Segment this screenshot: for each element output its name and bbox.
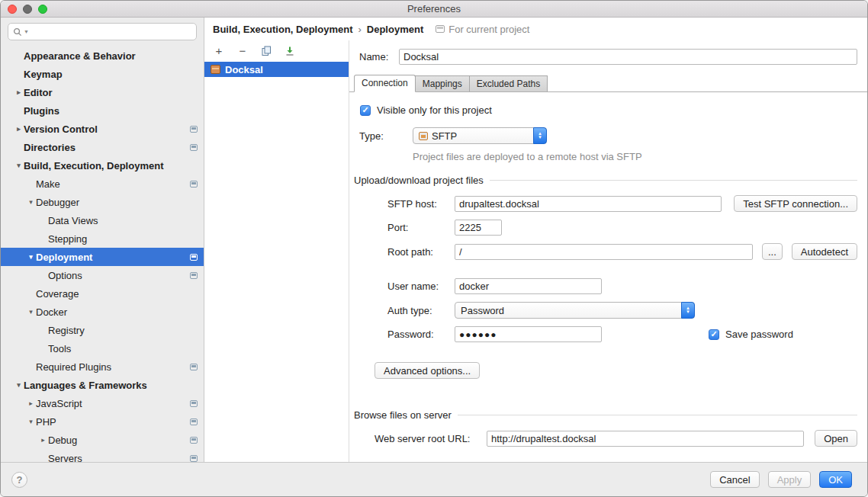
sidebar-item-data-views[interactable]: Data Views xyxy=(1,211,204,229)
advanced-options-button[interactable]: Advanced options... xyxy=(375,362,480,379)
chevron-down-icon[interactable]: ▾ xyxy=(26,198,36,206)
section-divider xyxy=(458,415,857,415)
sidebar-item-version-control[interactable]: ▸Version Control xyxy=(1,120,204,138)
sidebar-item-label: Languages & Frameworks xyxy=(24,380,147,391)
sidebar-item-label: Editor xyxy=(24,87,53,98)
root-path-label: Root path: xyxy=(387,246,455,258)
type-select[interactable]: SFTP ▲▼ xyxy=(413,127,547,144)
settings-sidebar: ▼ Appearance & BehaviorKeymap▸EditorPlug… xyxy=(1,18,204,462)
sidebar-item-label: Version Control xyxy=(24,123,98,135)
dialog-footer: ? Cancel Apply OK xyxy=(1,462,867,496)
import-server-button[interactable] xyxy=(284,45,296,57)
chevron-right-icon[interactable]: ▸ xyxy=(38,436,48,444)
chevron-right-icon[interactable]: ▸ xyxy=(14,88,24,96)
sidebar-item-languages-frameworks[interactable]: ▾Languages & Frameworks xyxy=(1,376,204,394)
server-list: Docksal xyxy=(204,62,349,462)
save-password-checkbox[interactable] xyxy=(709,329,719,340)
sidebar-item-stepping[interactable]: Stepping xyxy=(1,229,204,248)
scope-label: For current project xyxy=(448,24,529,35)
project-scope-icon xyxy=(190,272,198,279)
minimize-window-button[interactable] xyxy=(23,5,32,14)
web-root-input[interactable] xyxy=(487,431,804,447)
chevron-down-icon[interactable]: ▾ xyxy=(26,418,36,425)
sidebar-item-directories[interactable]: Directories xyxy=(1,138,204,156)
sidebar-item-debug[interactable]: ▸Debug xyxy=(1,431,204,449)
project-scope-icon xyxy=(190,418,198,425)
server-item-docksal[interactable]: Docksal xyxy=(204,62,349,77)
sidebar-item-options[interactable]: Options xyxy=(1,266,204,284)
search-icon xyxy=(13,27,22,37)
sidebar-item-build-execution-deployment[interactable]: ▾Build, Execution, Deployment xyxy=(1,156,204,175)
sidebar-item-plugins[interactable]: Plugins xyxy=(1,101,204,120)
sidebar-item-coverage[interactable]: Coverage xyxy=(1,284,204,303)
chevron-right-icon[interactable]: ▸ xyxy=(14,125,24,133)
project-scope-icon xyxy=(190,181,198,188)
chevron-down-icon[interactable]: ▾ xyxy=(26,308,36,316)
breadcrumb-row: Build, Execution, Deployment›Deployment … xyxy=(204,18,867,40)
breadcrumb-item-build-execution-deployment[interactable]: Build, Execution, Deployment xyxy=(213,24,352,35)
sidebar-item-make[interactable]: Make xyxy=(1,175,204,193)
name-label: Name: xyxy=(359,51,399,63)
cancel-button[interactable]: Cancel xyxy=(710,471,759,488)
port-input[interactable] xyxy=(455,220,502,236)
browse-root-path-button[interactable]: ... xyxy=(762,243,783,260)
visible-only-checkbox[interactable] xyxy=(360,105,371,116)
copy-server-button[interactable] xyxy=(260,45,272,57)
sidebar-item-php[interactable]: ▾PHP xyxy=(1,412,204,431)
sidebar-item-label: Keymap xyxy=(24,69,63,80)
chevron-down-icon[interactable]: ▾ xyxy=(14,162,24,169)
sidebar-item-label: Deployment xyxy=(36,252,92,263)
preferences-window: Preferences ▼ Appearance & BehaviorKeyma… xyxy=(0,0,868,497)
project-scope-icon xyxy=(190,437,198,444)
tab-excluded-paths[interactable]: Excluded Paths xyxy=(469,75,548,91)
project-scope-icon xyxy=(190,126,198,133)
ok-button[interactable]: OK xyxy=(819,471,852,488)
settings-search-input[interactable]: ▼ xyxy=(8,23,197,40)
auth-type-select[interactable]: Password ▲▼ xyxy=(455,302,695,319)
sidebar-item-appearance-behavior[interactable]: Appearance & Behavior xyxy=(1,46,204,65)
sidebar-item-required-plugins[interactable]: Required Plugins xyxy=(1,358,204,376)
sidebar-item-servers[interactable]: Servers xyxy=(1,449,204,462)
sftp-icon xyxy=(419,132,428,140)
chevron-down-icon[interactable]: ▾ xyxy=(26,253,36,261)
user-name-input[interactable] xyxy=(455,278,602,294)
chevron-down-icon[interactable]: ▾ xyxy=(14,381,24,389)
close-window-button[interactable] xyxy=(8,5,17,14)
sidebar-item-editor[interactable]: ▸Editor xyxy=(1,83,204,101)
sidebar-item-javascript[interactable]: ▸JavaScript xyxy=(1,394,204,412)
sidebar-item-label: JavaScript xyxy=(36,398,82,409)
breadcrumb-item-deployment[interactable]: Deployment xyxy=(367,24,423,35)
tab-mappings[interactable]: Mappings xyxy=(415,75,470,91)
autodetect-button[interactable]: Autodetect xyxy=(792,243,857,260)
tab-connection[interactable]: Connection xyxy=(354,75,416,92)
project-scope-icon xyxy=(190,455,198,462)
sidebar-item-label: Docker xyxy=(36,306,67,318)
window-title: Preferences xyxy=(1,1,867,17)
sidebar-item-tools[interactable]: Tools xyxy=(1,339,204,358)
auth-type-select-value: Password xyxy=(461,305,504,316)
sidebar-item-registry[interactable]: Registry xyxy=(1,321,204,339)
test-sftp-connection-button[interactable]: Test SFTP connection... xyxy=(734,195,857,212)
chevron-right-icon[interactable]: ▸ xyxy=(26,399,36,407)
remove-server-button[interactable]: − xyxy=(236,45,249,57)
add-server-button[interactable]: + xyxy=(213,45,225,57)
sftp-host-input[interactable] xyxy=(455,196,722,212)
tab-strip: ConnectionMappingsExcluded Paths xyxy=(349,75,867,92)
open-url-button[interactable]: Open xyxy=(815,430,857,447)
password-input[interactable] xyxy=(455,326,602,342)
type-select-value: SFTP xyxy=(432,130,457,142)
apply-button[interactable]: Apply xyxy=(768,471,812,488)
root-path-input[interactable] xyxy=(455,244,753,260)
sidebar-item-label: Servers xyxy=(48,453,82,463)
sidebar-item-debugger[interactable]: ▾Debugger xyxy=(1,193,204,211)
sidebar-item-label: Make xyxy=(36,178,60,190)
sidebar-item-deployment[interactable]: ▾Deployment xyxy=(1,248,204,266)
sidebar-item-label: Build, Execution, Deployment xyxy=(24,160,163,172)
sidebar-item-docker[interactable]: ▾Docker xyxy=(1,303,204,321)
titlebar: Preferences xyxy=(1,1,867,18)
project-scope-icon xyxy=(436,25,445,33)
sidebar-item-keymap[interactable]: Keymap xyxy=(1,65,204,83)
name-input[interactable] xyxy=(399,49,857,65)
zoom-window-button[interactable] xyxy=(38,5,47,14)
help-button[interactable]: ? xyxy=(11,472,27,488)
